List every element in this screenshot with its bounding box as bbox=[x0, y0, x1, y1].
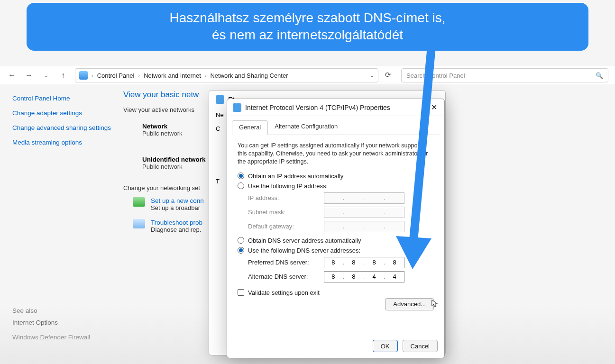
radio-dns-auto[interactable]: Obtain DNS server address automatically bbox=[238, 237, 434, 244]
radio-icon bbox=[238, 173, 244, 179]
cancel-button[interactable]: Cancel bbox=[403, 340, 438, 352]
cursor-icon bbox=[431, 299, 440, 308]
task-desc: Diagnose and rep. bbox=[151, 226, 202, 233]
recent-dropdown[interactable]: ⌄ bbox=[41, 70, 51, 81]
up-button[interactable]: ↑ bbox=[58, 70, 68, 81]
toolbar: ← → ⌄ ↑ › Control Panel › Network and In… bbox=[0, 66, 615, 84]
ok-button[interactable]: OK bbox=[373, 340, 398, 352]
troubleshoot-icon bbox=[133, 219, 145, 228]
radio-label: Obtain DNS server address automatically bbox=[248, 237, 361, 244]
dialog-description: You can get IP settings assigned automat… bbox=[238, 142, 434, 166]
search-icon: 🔍 bbox=[596, 72, 603, 79]
ipv4-properties-dialog: Internet Protocol Version 4 (TCP/IPv4) P… bbox=[227, 99, 445, 358]
gateway-input: ... bbox=[324, 221, 404, 232]
chevron-down-icon[interactable]: ⌄ bbox=[370, 73, 374, 79]
control-panel-icon bbox=[79, 71, 88, 80]
task-desc: Set up a broadbar bbox=[151, 204, 204, 211]
back-button[interactable]: ← bbox=[7, 70, 17, 81]
ip-address-label: IP address: bbox=[248, 194, 324, 201]
close-button[interactable]: ✕ bbox=[429, 103, 439, 112]
preferred-dns-input[interactable]: 8. 8. 8. 8 bbox=[324, 257, 404, 268]
subnet-input: ... bbox=[324, 207, 404, 218]
callout-line2: és nem az internetszolgáltatódét bbox=[46, 27, 569, 44]
setup-connection-icon bbox=[133, 197, 145, 207]
radio-icon bbox=[238, 247, 244, 254]
alternate-dns-input[interactable]: 8. 8. 4. 4 bbox=[324, 271, 404, 282]
advanced-button[interactable]: Advanced... bbox=[385, 298, 434, 310]
breadcrumb-item[interactable]: Network and Internet bbox=[144, 72, 201, 79]
radio-icon bbox=[238, 237, 244, 244]
sidebar-link[interactable]: Change advanced sharing settings bbox=[12, 124, 112, 131]
subnet-label: Subnet mask: bbox=[248, 209, 324, 216]
breadcrumb[interactable]: › Control Panel › Network and Internet ›… bbox=[75, 68, 378, 82]
radio-icon bbox=[238, 182, 244, 189]
search-placeholder: Search Control Panel bbox=[406, 72, 465, 79]
forward-button[interactable]: → bbox=[24, 70, 34, 81]
chevron-icon: › bbox=[205, 73, 207, 78]
network-icon bbox=[233, 103, 241, 112]
search-input[interactable]: Search Control Panel 🔍 bbox=[401, 68, 608, 82]
chevron-icon: › bbox=[92, 73, 93, 78]
radio-label: Obtain an IP address automatically bbox=[248, 173, 343, 180]
sidebar-link[interactable]: Media streaming options bbox=[12, 139, 112, 146]
callout-banner: Használhatsz személyre szabott DNS-címet… bbox=[27, 3, 588, 51]
radio-ip-manual[interactable]: Use the following IP address: bbox=[238, 182, 434, 190]
validate-checkbox-row[interactable]: Validate settings upon exit bbox=[238, 289, 434, 296]
checkbox-label: Validate settings upon exit bbox=[248, 289, 320, 296]
chevron-icon: › bbox=[138, 73, 140, 78]
radio-label: Use the following IP address: bbox=[248, 182, 328, 190]
checkbox-icon bbox=[238, 289, 244, 296]
tab-alternate[interactable]: Alternate Configuration bbox=[268, 120, 344, 135]
radio-label: Use the following DNS server addresses: bbox=[248, 247, 360, 254]
refresh-button[interactable]: ⟳ bbox=[385, 71, 395, 80]
breadcrumb-item[interactable]: Network and Sharing Center bbox=[210, 72, 288, 79]
control-panel-home-link[interactable]: Control Panel Home bbox=[12, 95, 112, 102]
gateway-label: Default gateway: bbox=[248, 223, 324, 230]
breadcrumb-item[interactable]: Control Panel bbox=[97, 72, 135, 79]
preferred-dns-label: Preferred DNS server: bbox=[248, 259, 324, 266]
sidebar-link[interactable]: Change adapter settings bbox=[12, 109, 112, 117]
tab-general[interactable]: General bbox=[232, 120, 268, 135]
setup-connection-link[interactable]: Set up a new conn bbox=[151, 197, 204, 204]
radio-dns-manual[interactable]: Use the following DNS server addresses: bbox=[238, 247, 434, 254]
alternate-dns-label: Alternate DNS server: bbox=[248, 273, 324, 280]
callout-line1: Használhatsz személyre szabott DNS-címet… bbox=[46, 9, 569, 27]
troubleshoot-link[interactable]: Troubleshoot prob bbox=[151, 219, 202, 226]
dialog-title: Internet Protocol Version 4 (TCP/IPv4) P… bbox=[245, 104, 425, 111]
network-icon bbox=[216, 95, 224, 104]
radio-ip-auto[interactable]: Obtain an IP address automatically bbox=[238, 173, 434, 180]
ip-address-input: ... bbox=[324, 192, 404, 204]
